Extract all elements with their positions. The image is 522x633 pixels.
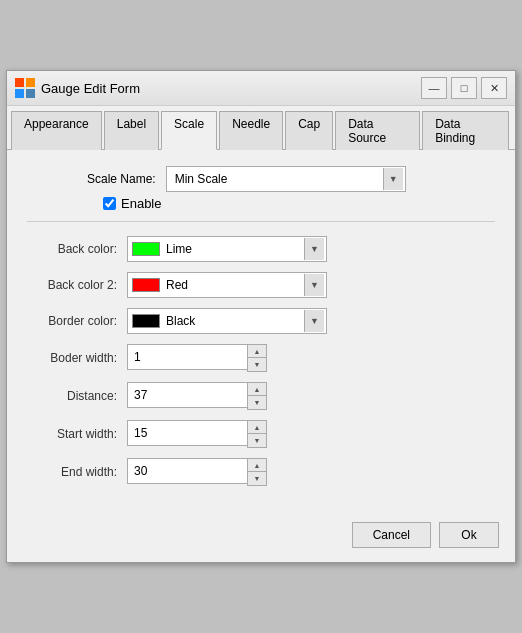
back-color2-row: Back color 2: Red ▼ — [27, 272, 495, 298]
end-width-up-button[interactable]: ▲ — [248, 459, 266, 472]
svg-rect-0 — [15, 78, 24, 87]
end-width-row: End width: 30 ▲ ▼ — [27, 458, 495, 486]
border-width-input[interactable]: 1 — [127, 344, 247, 370]
start-width-row: Start width: 15 ▲ ▼ — [27, 420, 495, 448]
back-color-value: Lime — [166, 242, 192, 256]
back-color-row: Back color: Lime ▼ — [27, 236, 495, 262]
end-width-input[interactable]: 30 — [127, 458, 247, 484]
enable-row: Enable — [27, 196, 495, 211]
enable-label: Enable — [121, 196, 161, 211]
end-width-label: End width: — [27, 465, 127, 479]
tabs-bar: Appearance Label Scale Needle Cap Data S… — [7, 106, 515, 150]
color-section: Back color: Lime ▼ Back color 2: Red ▼ B… — [27, 236, 495, 486]
back-color2-dropdown[interactable]: Red ▼ — [127, 272, 327, 298]
ok-button[interactable]: Ok — [439, 522, 499, 548]
border-color-value: Black — [166, 314, 195, 328]
start-width-spinner-buttons: ▲ ▼ — [247, 420, 267, 448]
title-buttons: — □ ✕ — [421, 77, 507, 99]
border-color-preview — [132, 314, 160, 328]
border-width-row: Boder width: 1 ▲ ▼ — [27, 344, 495, 372]
back-color2-label: Back color 2: — [27, 278, 127, 292]
distance-up-button[interactable]: ▲ — [248, 383, 266, 396]
border-color-row: Border color: Black ▼ — [27, 308, 495, 334]
tab-needle[interactable]: Needle — [219, 111, 283, 150]
back-color2-preview — [132, 278, 160, 292]
window-title: Gauge Edit Form — [41, 81, 140, 96]
scale-name-row: Scale Name: Min Scale ▼ — [27, 166, 495, 192]
start-width-input[interactable]: 15 — [127, 420, 247, 446]
scale-name-dropdown[interactable]: Min Scale ▼ — [166, 166, 406, 192]
section-divider — [27, 221, 495, 222]
end-width-spinner-buttons: ▲ ▼ — [247, 458, 267, 486]
enable-checkbox[interactable] — [103, 197, 116, 210]
bottom-bar: Cancel Ok — [7, 512, 515, 562]
border-width-label: Boder width: — [27, 351, 127, 365]
title-bar: Gauge Edit Form — □ ✕ — [7, 71, 515, 106]
distance-down-button[interactable]: ▼ — [248, 396, 266, 409]
maximize-button[interactable]: □ — [451, 77, 477, 99]
title-bar-left: Gauge Edit Form — [15, 78, 140, 98]
tab-cap[interactable]: Cap — [285, 111, 333, 150]
tab-label[interactable]: Label — [104, 111, 159, 150]
border-width-up-button[interactable]: ▲ — [248, 345, 266, 358]
start-width-label: Start width: — [27, 427, 127, 441]
end-width-spinner: 30 ▲ ▼ — [127, 458, 267, 486]
tab-datasource[interactable]: Data Source — [335, 111, 420, 150]
distance-input[interactable]: 37 — [127, 382, 247, 408]
tab-scale[interactable]: Scale — [161, 111, 217, 150]
back-color-preview — [132, 242, 160, 256]
close-button[interactable]: ✕ — [481, 77, 507, 99]
end-width-down-button[interactable]: ▼ — [248, 472, 266, 485]
border-color-dropdown[interactable]: Black ▼ — [127, 308, 327, 334]
border-width-spinner: 1 ▲ ▼ — [127, 344, 267, 372]
svg-rect-2 — [15, 89, 24, 98]
scale-name-label: Scale Name: — [87, 172, 156, 186]
svg-rect-1 — [26, 78, 35, 87]
back-color-label: Back color: — [27, 242, 127, 256]
start-width-spinner: 15 ▲ ▼ — [127, 420, 267, 448]
back-color-arrow-icon: ▼ — [304, 238, 324, 260]
back-color-dropdown[interactable]: Lime ▼ — [127, 236, 327, 262]
distance-row: Distance: 37 ▲ ▼ — [27, 382, 495, 410]
distance-spinner: 37 ▲ ▼ — [127, 382, 267, 410]
start-width-down-button[interactable]: ▼ — [248, 434, 266, 447]
tab-databinding[interactable]: Data Binding — [422, 111, 509, 150]
distance-spinner-buttons: ▲ ▼ — [247, 382, 267, 410]
app-icon — [15, 78, 35, 98]
minimize-button[interactable]: — — [421, 77, 447, 99]
distance-label: Distance: — [27, 389, 127, 403]
cancel-button[interactable]: Cancel — [352, 522, 431, 548]
scale-name-value: Min Scale — [175, 172, 228, 186]
tab-appearance[interactable]: Appearance — [11, 111, 102, 150]
start-width-up-button[interactable]: ▲ — [248, 421, 266, 434]
back-color2-arrow-icon: ▼ — [304, 274, 324, 296]
tab-content: Scale Name: Min Scale ▼ Enable Back colo… — [7, 150, 515, 512]
border-width-spinner-buttons: ▲ ▼ — [247, 344, 267, 372]
border-color-arrow-icon: ▼ — [304, 310, 324, 332]
gauge-edit-window: Gauge Edit Form — □ ✕ Appearance Label S… — [6, 70, 516, 563]
border-color-label: Border color: — [27, 314, 127, 328]
scale-name-arrow-icon: ▼ — [383, 168, 403, 190]
svg-rect-3 — [26, 89, 35, 98]
border-width-down-button[interactable]: ▼ — [248, 358, 266, 371]
back-color2-value: Red — [166, 278, 188, 292]
